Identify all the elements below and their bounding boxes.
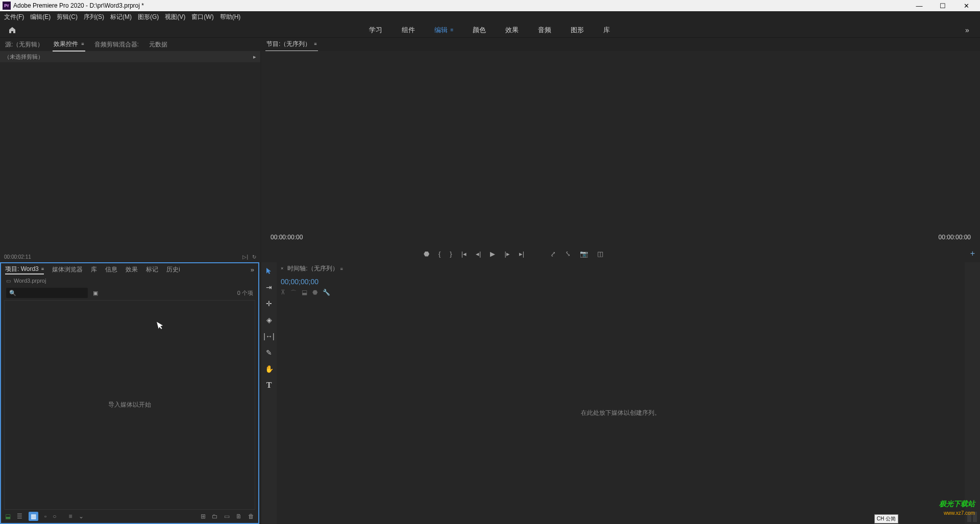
tab-effects[interactable]: 效果 bbox=[126, 265, 138, 274]
workspace-libraries[interactable]: 库 bbox=[601, 24, 612, 36]
menu-file[interactable]: 文件(F) bbox=[4, 13, 24, 21]
minimize-button[interactable]: — bbox=[912, 2, 926, 10]
go-to-in-icon[interactable]: |◂ bbox=[461, 250, 467, 258]
track-select-tool[interactable]: ⇥ bbox=[263, 282, 275, 293]
freeform-view-icon[interactable]: ▫ bbox=[44, 513, 46, 520]
bin-icon: ▭ bbox=[6, 278, 11, 284]
project-bin-area[interactable]: 导入媒体以开始 bbox=[4, 300, 255, 510]
program-time-current[interactable]: 00:00:00:00 bbox=[271, 234, 303, 241]
window-titlebar: Pr Adobe Premiere Pro 2020 - D:\pr\Word3… bbox=[0, 0, 980, 11]
tab-libraries[interactable]: 库 bbox=[91, 265, 97, 274]
tab-timeline[interactable]: 时间轴:（无序列）≡ bbox=[287, 264, 343, 273]
caret-right-icon[interactable]: ▸ bbox=[253, 54, 256, 60]
tab-project[interactable]: 项目: Word3≡ bbox=[5, 265, 44, 275]
tab-source[interactable]: 源:（无剪辑） bbox=[4, 38, 44, 51]
workspace-assembly[interactable]: 组件 bbox=[400, 24, 417, 36]
delete-icon[interactable]: 🗑 bbox=[248, 513, 254, 520]
menu-clip[interactable]: 剪辑(C) bbox=[57, 13, 78, 21]
tab-markers[interactable]: 标记 bbox=[146, 265, 158, 274]
program-time-duration: 00:00:00:00 bbox=[939, 234, 971, 241]
menu-graphics[interactable]: 图形(G) bbox=[138, 13, 159, 21]
playhead-icon[interactable]: ▷| bbox=[242, 254, 248, 260]
menu-view[interactable]: 视图(V) bbox=[165, 13, 185, 21]
workspace-audio[interactable]: 音频 bbox=[536, 24, 553, 36]
lift-icon[interactable]: ⤤ bbox=[550, 250, 556, 258]
linked-selection-icon[interactable]: ⌒ bbox=[290, 289, 297, 297]
tab-media-browser[interactable]: 媒体浏览器 bbox=[52, 265, 83, 274]
type-tool[interactable]: T bbox=[263, 380, 275, 391]
find-icon[interactable]: 🗀 bbox=[212, 513, 218, 520]
ime-indicator: CH 公简 bbox=[874, 514, 898, 523]
effect-controls-body bbox=[1, 63, 259, 250]
camera-icon[interactable]: ▣ bbox=[93, 290, 98, 296]
workspace-graphics[interactable]: 图形 bbox=[569, 24, 586, 36]
project-search[interactable]: 🔍 bbox=[6, 288, 88, 298]
menu-help[interactable]: 帮助(H) bbox=[220, 13, 241, 21]
zoom-slider-handle[interactable]: ○ bbox=[53, 513, 56, 520]
search-icon: 🔍 bbox=[9, 290, 16, 296]
play-icon[interactable]: ▶ bbox=[490, 250, 495, 258]
tab-info[interactable]: 信息 bbox=[105, 265, 117, 274]
mark-in-icon[interactable]: { bbox=[438, 250, 440, 258]
automate-icon[interactable]: ⊞ bbox=[201, 513, 206, 520]
mark-out-icon[interactable]: } bbox=[450, 250, 452, 258]
razor-tool[interactable]: ◈ bbox=[263, 314, 275, 326]
audio-meters[interactable] bbox=[965, 262, 980, 524]
export-frame-icon[interactable]: 📷 bbox=[580, 250, 588, 258]
menu-edit[interactable]: 编辑(E) bbox=[30, 13, 51, 21]
search-input[interactable] bbox=[19, 290, 85, 296]
new-bin-icon[interactable]: ▭ bbox=[224, 513, 230, 520]
button-editor-icon[interactable]: + bbox=[970, 249, 975, 258]
chevron-down-icon[interactable]: ⌄ bbox=[79, 513, 84, 520]
marker-timeline-icon[interactable]: ⬣ bbox=[312, 289, 317, 297]
extract-icon[interactable]: ⤥ bbox=[565, 250, 571, 258]
hamburger-icon: ≡ bbox=[41, 266, 44, 271]
icon-view-button[interactable]: ▦ bbox=[29, 512, 38, 521]
pen-tool[interactable]: ✎ bbox=[263, 347, 275, 358]
workspace-effects[interactable]: 效果 bbox=[503, 24, 521, 36]
workspace-color[interactable]: 颜色 bbox=[471, 24, 488, 36]
slip-tool[interactable]: |↔| bbox=[263, 331, 275, 342]
list-view-icon[interactable]: ☰ bbox=[17, 513, 22, 520]
timeline-toolbar: ⇥ ✛ ◈ |↔| ✎ ✋ T bbox=[261, 262, 277, 524]
step-back-icon[interactable]: ◂| bbox=[476, 250, 481, 258]
program-monitor-viewport[interactable] bbox=[261, 51, 980, 230]
go-to-out-icon[interactable]: ▸| bbox=[519, 250, 524, 258]
lock-icon[interactable]: ⬓ bbox=[5, 513, 11, 520]
step-forward-icon[interactable]: |▸ bbox=[504, 250, 509, 258]
timeline-timecode[interactable]: 00;00;00;00 bbox=[281, 277, 961, 287]
project-tabs-more[interactable]: » bbox=[251, 266, 254, 273]
selection-tool[interactable] bbox=[263, 265, 275, 277]
timeline-tracks-area[interactable]: 在此处放下媒体以创建序列。 bbox=[277, 302, 965, 524]
menu-markers[interactable]: 标记(M) bbox=[110, 13, 132, 21]
workspace-editing[interactable]: 编辑≡ bbox=[432, 24, 456, 36]
workspace-learning[interactable]: 学习 bbox=[367, 24, 384, 36]
add-marker-timeline-icon[interactable]: ⬓ bbox=[302, 289, 307, 297]
home-button[interactable] bbox=[5, 23, 19, 37]
hand-tool[interactable]: ✋ bbox=[263, 363, 275, 375]
app-icon: Pr bbox=[3, 2, 11, 10]
workspace-bar: 学习 组件 编辑≡ 颜色 效果 音频 图形 库 » bbox=[0, 22, 980, 38]
program-monitor-panel: 节目:（无序列）≡ 00:00:00:00 00:00:00:00 ⬣ { } … bbox=[261, 38, 980, 262]
transport-controls: ⬣ { } |◂ ◂| ▶ |▸ ▸| ⤤ ⤥ 📷 ◫ + bbox=[261, 245, 980, 262]
tab-effect-controls[interactable]: 效果控件≡ bbox=[53, 38, 85, 52]
tab-metadata[interactable]: 元数据 bbox=[148, 38, 168, 51]
tab-program[interactable]: 节目:（无序列）≡ bbox=[265, 38, 318, 52]
menu-sequence[interactable]: 序列(S) bbox=[84, 13, 104, 21]
snap-icon[interactable]: ⊼ bbox=[281, 289, 285, 297]
maximize-button[interactable]: ☐ bbox=[936, 2, 950, 10]
close-button[interactable]: ✕ bbox=[959, 2, 973, 10]
new-item-icon[interactable]: 🗎 bbox=[236, 513, 242, 520]
tab-history[interactable]: 历史i bbox=[166, 265, 180, 274]
sort-icon[interactable]: ≡ bbox=[69, 513, 72, 520]
workspace-more[interactable]: » bbox=[960, 26, 975, 34]
loop-icon[interactable]: ↻ bbox=[252, 254, 256, 260]
settings-icon[interactable]: 🔧 bbox=[323, 289, 330, 297]
ripple-edit-tool[interactable]: ✛ bbox=[263, 298, 275, 309]
source-timecode[interactable]: 00:00:02:11 bbox=[4, 254, 31, 260]
tab-audio-clip-mixer[interactable]: 音频剪辑混合器: bbox=[93, 38, 140, 51]
add-marker-icon[interactable]: ⬣ bbox=[424, 250, 429, 258]
comparison-view-icon[interactable]: ◫ bbox=[597, 250, 603, 258]
timeline-close-chevron[interactable]: × bbox=[281, 266, 283, 271]
menu-window[interactable]: 窗口(W) bbox=[191, 13, 213, 21]
